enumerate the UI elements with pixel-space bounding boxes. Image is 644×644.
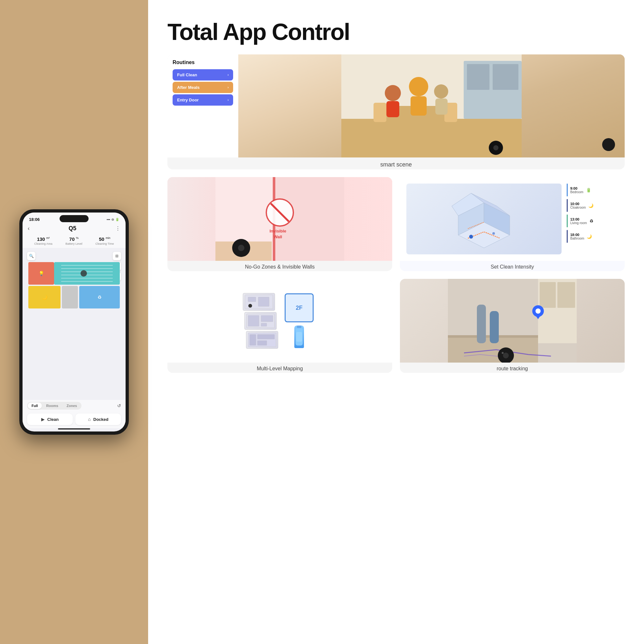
routines-title: Routines (173, 60, 233, 65)
schedule-bar-cloakroom (567, 199, 568, 212)
schedule-time-bathroom: 18:00 (570, 233, 582, 237)
phone-notch (60, 215, 89, 222)
nogo-label: No-Go Zones & Invisible Walls (167, 261, 392, 271)
schedule-item-bedroom: 9:00 Bedroom 🔋 (567, 184, 618, 196)
svg-rect-58 (540, 282, 556, 308)
svg-rect-63 (490, 311, 499, 343)
svg-rect-52 (258, 341, 267, 345)
schedule-icon-living: ♻ (590, 219, 593, 223)
schedule-icon-cloakroom: 🌙 (588, 203, 593, 208)
schedule-room-bedroom: Bedroom (570, 190, 583, 194)
schedule-item-cloakroom: 10:00 Cloakroom 🌙 (567, 199, 618, 212)
tab-rooms[interactable]: Rooms (43, 403, 62, 409)
svg-point-69 (502, 352, 504, 354)
full-clean-label: Full Clean (177, 72, 197, 77)
cleaning-area-label: Cleaning Area (34, 242, 52, 245)
status-time: 18:06 (29, 217, 40, 222)
clean-button[interactable]: ▶ Clean (27, 413, 73, 425)
app-header: ‹ Q5 ⋮ (23, 223, 126, 234)
svg-point-15 (409, 77, 428, 96)
floor-1-svg (246, 331, 278, 348)
svg-rect-53 (297, 326, 301, 328)
nogo-illustration: Invisible Wall (167, 177, 392, 261)
entry-door-arrow: › (228, 98, 229, 102)
docked-button[interactable]: ⌂ Docked (75, 413, 121, 425)
home-indicator (58, 428, 90, 430)
device-title: Q5 (69, 225, 76, 232)
cleaning-area-stat: 130 m² Cleaning Area (34, 236, 52, 245)
signal-icon: ▪▪▪ (107, 218, 110, 221)
multilevel-card: 2F Multi-Level Mapping (167, 279, 392, 373)
house-3d-svg (406, 184, 562, 254)
schedule-icon-bathroom: 🌙 (587, 234, 592, 239)
room-gray (62, 286, 78, 308)
more-button[interactable]: ⋮ (115, 225, 120, 232)
left-panel: 18:06 ▪▪▪ ⊖ 🔋 ‹ Q5 ⋮ 130 m² Cleaning Are… (0, 0, 148, 644)
clean-label: Clean (47, 417, 59, 422)
intensity-schedule: 9:00 Bedroom 🔋 10:00 Cloakroom 🌙 (567, 184, 618, 254)
routine-full-clean[interactable]: Full Clean › (173, 69, 233, 81)
feature-row-2: Invisible Wall No-Go Zones & Invisible W… (167, 177, 625, 271)
map-container: 🔍 ⊞ ⊖ ··· 💡 (25, 249, 123, 399)
svg-rect-18 (435, 99, 448, 115)
route-inner (400, 279, 625, 363)
cleaning-time-value: 50 min (95, 236, 114, 242)
smart-scene-label: smart scene (167, 157, 625, 169)
svg-point-17 (434, 84, 448, 99)
svg-rect-46 (248, 315, 259, 326)
battery-level-value: 70 % (65, 236, 82, 242)
status-icons: ▪▪▪ ⊖ 🔋 (107, 218, 119, 221)
page-title: Total App Control (167, 19, 625, 45)
schedule-icon-bedroom: 🔋 (586, 188, 591, 193)
floor-level-3 (243, 293, 275, 311)
battery-level-label: Battery Level (65, 242, 82, 245)
battery-level-stat: 70 % Battery Level (65, 236, 82, 245)
schedule-bar-bedroom (567, 184, 568, 196)
svg-rect-51 (258, 334, 275, 339)
water-bottle-svg (294, 326, 304, 348)
layers-button[interactable]: ⊞ (113, 252, 121, 260)
wifi-icon: ⊖ (111, 218, 114, 221)
routine-entry-door[interactable]: Entry Door › (173, 94, 233, 106)
svg-rect-42 (248, 297, 256, 301)
schedule-room-bathroom: Bathroom (570, 237, 584, 240)
map-search-button[interactable]: 🔍 (27, 252, 35, 260)
docked-label: Docked (93, 417, 109, 422)
battery-icon: 🔋 (115, 218, 119, 221)
routine-after-meals[interactable]: After Meals › (173, 82, 233, 93)
kitchen-scene (238, 54, 625, 157)
back-button[interactable]: ‹ (28, 225, 30, 232)
room-yellow: 🌙 (28, 286, 61, 308)
svg-point-13 (385, 85, 401, 101)
floor-display: 2F (285, 293, 314, 348)
svg-rect-43 (258, 297, 269, 306)
schedule-bar-living (567, 214, 568, 227)
svg-text:Invisible: Invisible (270, 229, 286, 233)
svg-text:Wall: Wall (274, 234, 282, 239)
intensity-label: Set Clean Intensity (400, 261, 625, 271)
svg-point-65 (535, 308, 541, 314)
nogo-zones-card: Invisible Wall No-Go Zones & Invisible W… (167, 177, 392, 271)
route-label: route tracking (400, 363, 625, 373)
room-yellow-icon: 🌙 (42, 295, 47, 300)
svg-point-40 (492, 232, 495, 235)
room-teal (54, 262, 120, 285)
svg-rect-16 (411, 96, 427, 116)
tab-full[interactable]: Full (28, 403, 42, 409)
room-blue-icon: ♻ (98, 295, 102, 300)
feature-grid: Routines Full Clean › After Meals › Entr… (167, 54, 625, 625)
room-blue: ♻ (79, 286, 120, 308)
tab-buttons: Full Rooms Zones (27, 402, 81, 410)
refresh-button[interactable]: ↺ (117, 403, 121, 408)
tab-bar: Full Rooms Zones ↺ (23, 400, 126, 412)
smart-scene-inner: Routines Full Clean › After Meals › Entr… (167, 54, 625, 157)
routines-panel: Routines Full Clean › After Meals › Entr… (167, 54, 238, 157)
play-icon: ▶ (41, 417, 45, 422)
svg-rect-14 (386, 101, 399, 117)
tab-zones[interactable]: Zones (63, 403, 81, 409)
home-icon: ⌂ (88, 417, 90, 422)
svg-rect-20 (467, 64, 489, 90)
svg-point-6 (81, 270, 87, 277)
schedule-item-bathroom: 18:00 Bathroom 🌙 (567, 230, 618, 243)
floor-3-svg (243, 293, 275, 310)
